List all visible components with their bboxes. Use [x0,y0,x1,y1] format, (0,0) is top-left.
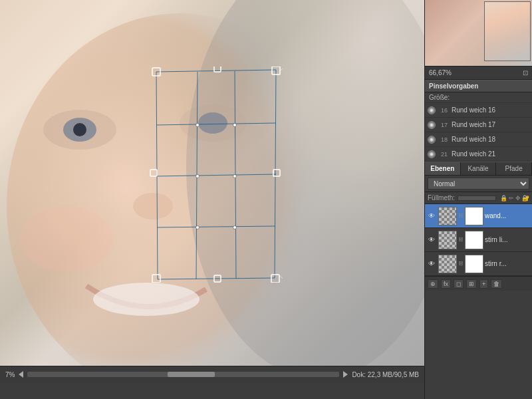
brush-size-2: 18 [440,136,448,143]
svg-point-26 [196,226,200,229]
brush-dot-1 [428,121,436,129]
brush-size-0: 16 [440,107,448,114]
opacity-row: Füllmeth: 🔒 ✏ ✥ 🔐 [425,192,532,204]
svg-point-4 [73,123,86,136]
layer-thumb-1 [438,231,457,249]
brush-dot-0 [428,106,436,114]
layer-visibility-1[interactable]: 👁 [426,235,437,245]
svg-point-22 [196,124,200,127]
status-scrollbar[interactable] [27,372,339,377]
brush-item-2[interactable]: 18 Rund weich 18 [425,132,532,147]
status-left-arrow[interactable] [19,371,23,378]
lock-move-icon[interactable]: ✥ [515,195,521,201]
layer-item-0[interactable]: 👁 ⛓ wand... [425,204,532,228]
zoom-bar: 66,67% ⊡ [425,66,532,80]
tab-pfade[interactable]: Pfade [496,162,532,175]
doc-info: Dok: 22,3 MB/90,5 MB [352,371,419,378]
lock-icons: 🔒 ✏ ✥ 🔐 [500,195,529,201]
svg-point-23 [233,124,237,127]
layer-style-btn[interactable]: fx [441,279,451,289]
status-right-arrow[interactable] [343,371,348,378]
brush-item-3[interactable]: 21 Rund weich 21 [425,147,532,162]
lock-all-icon[interactable]: 🔐 [522,195,529,201]
add-adjustment-btn[interactable]: ⊕ [428,279,438,289]
brush-presets-header: Pinselvorgaben [425,80,532,92]
brush-size-3: 21 [440,151,448,158]
brush-presets-panel: Pinselvorgaben Größe: 16 Rund weich 16 1… [425,80,532,162]
svg-rect-17 [273,170,280,176]
preview-thumb-inner [484,1,531,61]
chain-icon-2: ⛓ [458,261,464,267]
lock-paint-icon[interactable]: ✏ [509,195,514,201]
layer-name-1: stirn li... [485,236,531,243]
warp-grid-overlay: .grid-line { stroke: #1a6090; stroke-wid… [150,66,283,283]
layer-item-1[interactable]: 👁 ⛓ stirn li... [425,228,532,252]
brush-list: 16 Rund weich 16 17 Rund weich 17 18 Run… [425,103,532,162]
layer-mask-0 [465,207,483,225]
brush-name-0: Rund weich 16 [452,106,529,114]
new-group-btn[interactable]: ⊞ [466,279,477,289]
canvas-area: .grid-line { stroke: #1a6090; stroke-wid… [0,0,424,382]
delete-layer-btn[interactable]: 🗑 [491,279,502,289]
svg-point-8 [93,283,200,316]
add-mask-btn[interactable]: ◻ [454,279,464,289]
svg-rect-16 [150,170,157,176]
svg-line-20 [280,276,283,283]
tab-kanaele[interactable]: Kanäle [461,162,497,175]
layer-thumb-2 [438,255,457,273]
brush-size-label: Größe: [425,92,532,103]
blend-mode-select[interactable]: Normal [428,178,529,190]
chain-icon-0: ⛓ [458,213,464,219]
brush-item-0[interactable]: 16 Rund weich 16 [425,103,532,118]
brush-size-1: 17 [440,122,448,128]
layer-item-2[interactable]: 👁 ⛓ stirn r... [425,252,532,276]
layer-mask-2 [465,255,483,273]
layer-visibility-0[interactable]: 👁 [426,211,437,221]
brush-name-2: Rund weich 18 [452,136,529,143]
layer-thumb-0 [438,207,457,225]
layer-name-0: wand... [485,212,531,219]
layer-list: 👁 ⛓ wand... 👁 ⛓ stirn li... 👁 ⛓ stirn r.… [425,204,532,276]
chain-icon-1: ⛓ [458,237,464,243]
lock-transparency-icon[interactable]: 🔒 [500,195,507,201]
zoom-percent-label: 66,67% [429,69,452,76]
svg-point-25 [233,175,237,178]
layers-tabs-row: Ebenen Kanäle Pfade [425,162,532,176]
blend-mode-row: Normal [425,176,532,192]
brush-dot-3 [428,150,436,158]
svg-point-24 [196,175,200,178]
panel-bottom-bar: ⊕ fx ◻ ⊞ + 🗑 [425,276,532,291]
svg-rect-13 [271,275,279,283]
svg-rect-12 [152,275,160,283]
opacity-slider[interactable] [458,196,496,201]
brush-name-3: Rund weich 21 [452,150,529,158]
svg-point-27 [233,226,237,229]
status-bar: 7% Dok: 22,3 MB/90,5 MB [0,366,424,382]
zoom-expand-icon[interactable]: ⊡ [523,69,528,76]
brush-item-1[interactable]: 17 Rund weich 17 [425,118,532,132]
opacity-label: Füllmeth: [428,194,455,201]
new-layer-btn[interactable]: + [479,279,488,289]
preview-thumbnail [425,0,532,66]
layer-visibility-2[interactable]: 👁 [426,259,437,269]
layer-name-2: stirn r... [485,260,531,267]
tab-ebenen[interactable]: Ebenen [425,162,461,175]
brush-name-1: Rund weich 17 [452,121,529,128]
right-panel: 66,67% ⊡ Pinselvorgaben Größe: 16 Rund w… [424,0,532,399]
svg-point-9 [20,206,113,273]
zoom-level: 7% [5,371,15,378]
brush-dot-2 [428,136,436,144]
layer-mask-1 [465,231,483,249]
